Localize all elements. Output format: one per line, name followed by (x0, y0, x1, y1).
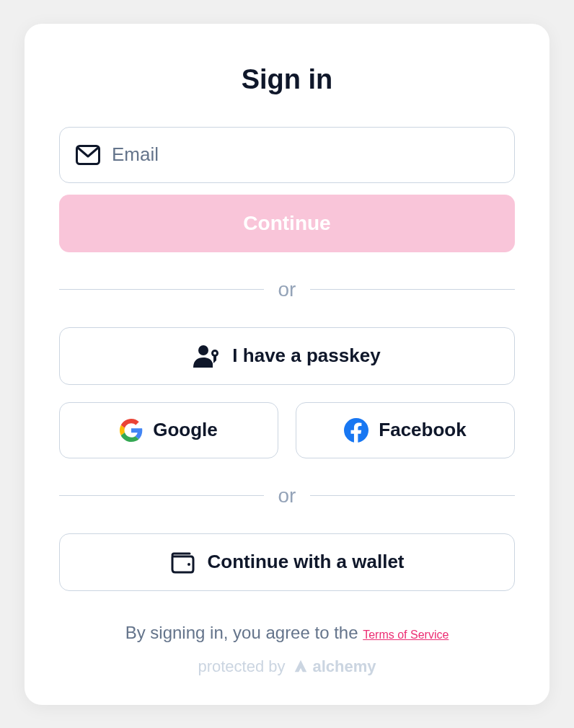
divider-line (59, 495, 264, 496)
facebook-label: Facebook (379, 419, 466, 441)
divider-line (310, 495, 515, 496)
svg-point-1 (198, 345, 208, 355)
protected-brand: alchemy (293, 657, 376, 676)
facebook-button[interactable]: Facebook (296, 402, 515, 458)
footer: By signing in, you agree to the Terms of… (59, 623, 515, 676)
email-field[interactable] (112, 143, 498, 166)
alchemy-icon (293, 659, 309, 675)
svg-point-5 (187, 563, 190, 566)
divider-text: or (278, 484, 296, 507)
google-button[interactable]: Google (59, 402, 278, 458)
divider-line (310, 289, 515, 290)
divider-line (59, 289, 264, 290)
google-label: Google (153, 419, 218, 441)
passkey-icon (193, 345, 221, 368)
wallet-button[interactable]: Continue with a wallet (59, 533, 515, 591)
social-row: Google Facebook (59, 402, 515, 458)
legal-prefix: By signing in, you agree to the (125, 623, 363, 642)
facebook-icon (344, 418, 368, 443)
divider-or-2: or (59, 484, 515, 507)
terms-link[interactable]: Terms of Service (363, 629, 449, 641)
divider-or-1: or (59, 278, 515, 301)
page-title: Sign in (59, 64, 515, 95)
protected-row: protected by alchemy (59, 657, 515, 676)
wallet-icon (169, 551, 195, 574)
wallet-label: Continue with a wallet (207, 551, 404, 573)
brand-label: alchemy (313, 657, 376, 676)
passkey-button[interactable]: I have a passkey (59, 327, 515, 385)
protected-prefix: protected by (198, 657, 285, 676)
legal-row: By signing in, you agree to the Terms of… (59, 623, 515, 643)
google-icon (120, 419, 143, 442)
divider-text: or (278, 278, 296, 301)
email-input-wrapper[interactable] (59, 127, 515, 183)
continue-button[interactable]: Continue (59, 195, 515, 252)
svg-point-3 (213, 352, 216, 355)
mail-icon (76, 145, 100, 165)
signin-card: Sign in Continue or I have a passkey (25, 24, 549, 705)
passkey-label: I have a passkey (232, 345, 380, 367)
